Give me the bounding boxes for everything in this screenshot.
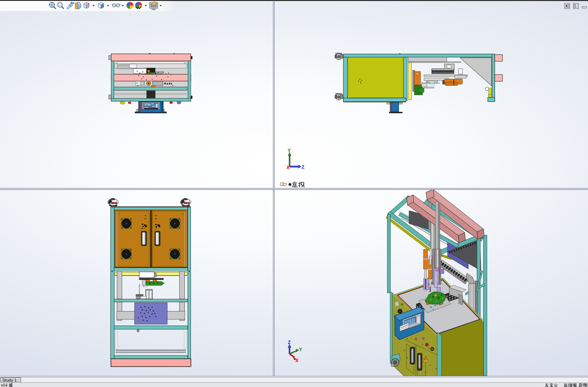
svg-text:Y: Y — [288, 148, 291, 154]
svg-text:X: X — [287, 165, 290, 171]
svg-text:Z: Z — [288, 340, 291, 345]
svg-text:X: X — [295, 358, 298, 364]
svg-text:Z: Z — [301, 164, 305, 170]
svg-text:Y: Y — [299, 347, 302, 353]
svg-text:x64: x64 — [1, 383, 8, 387]
